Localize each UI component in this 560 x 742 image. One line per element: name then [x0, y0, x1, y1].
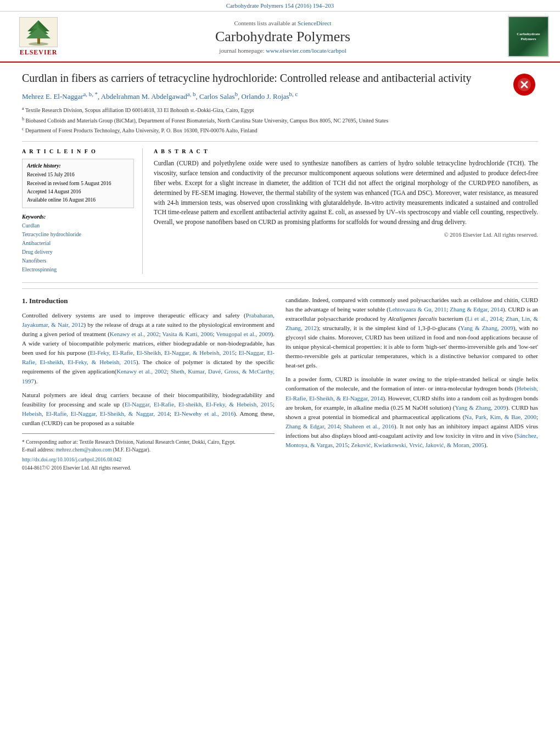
article-title: Curdlan in fibers as carriers of tetracy…: [22, 71, 502, 85]
journal-header: ELSEVIER Contents lists available at Sci…: [0, 12, 560, 63]
intro-para-3: candidate. Indeed, compared with commonl…: [285, 295, 538, 370]
contents-line: Contents lists available at ScienceDirec…: [66, 20, 500, 26]
svg-point-1: [29, 42, 48, 46]
homepage-text: journal homepage:: [219, 47, 264, 54]
author-salas: Carlos Salas: [199, 92, 235, 101]
affiliation-c: c Department of Forest Products Technolo…: [22, 126, 502, 135]
homepage-url[interactable]: www.elsevier.com/locate/carbpol: [266, 47, 346, 54]
keyword-nanofibers: Nanofibers: [22, 256, 134, 265]
accepted-date: Accepted 14 August 2016: [27, 188, 129, 196]
intro-para-1: Controlled delivery systems are used to …: [22, 311, 275, 386]
ref-prabaharan[interactable]: Prabaharan, Jayakumar, & Nair, 2012: [22, 312, 275, 328]
abstract-col: A B S T R A C T Curdlan (CURD) and polye…: [154, 148, 538, 274]
affiliation-b: b Biobased Colloids and Materials Group …: [22, 116, 502, 125]
thumb-title: CarbohydratePolymers: [517, 32, 540, 41]
journal-citation: Carbohydrate Polymers 154 (2016) 194–203: [226, 2, 334, 9]
article-info-abstract-section: A R T I C L E I N F O Article history: R…: [22, 148, 538, 283]
journal-center-header: Contents lists available at ScienceDirec…: [66, 20, 500, 54]
ref-zhang-edgar[interactable]: Zhang & Edgar, 2014: [450, 306, 503, 313]
keyword-electrospinning: Electrospinning: [22, 265, 134, 274]
affiliation-a: a Textile Research Division, Scopus affi…: [22, 105, 502, 114]
intro-para-4: In a powder form, CURD is insoluble in w…: [285, 375, 538, 449]
keywords-title: Keywords:: [22, 214, 134, 220]
received-revised-date: Received in revised form 5 August 2016: [27, 180, 129, 188]
ref-hebeish2[interactable]: Hebeish, El-Rafie, El-Sheikh, & El-Nagga…: [285, 385, 538, 401]
body-col-right: candidate. Indeed, compared with commonl…: [285, 295, 538, 472]
elsevier-tree-svg: [21, 18, 57, 46]
body-two-col: 1. Introduction Controlled delivery syst…: [22, 295, 538, 472]
received-date: Received 15 July 2016: [27, 171, 129, 179]
keyword-antibacterial: Antibacterial: [22, 239, 134, 248]
body-col-left: 1. Introduction Controlled delivery syst…: [22, 295, 275, 472]
keyword-drug-delivery: Drug delivery: [22, 248, 134, 256]
ref-na2000[interactable]: Na, Park, Kim, & Bae, 2000: [464, 414, 536, 420]
article-info-heading: A R T I C L E I N F O: [22, 148, 134, 154]
intro-number: 1.: [22, 297, 27, 305]
intro-para-2: Natural polymers are ideal drug carriers…: [22, 390, 275, 428]
intro-heading: 1. Introduction: [22, 295, 275, 306]
email-label: E-mail address:: [22, 447, 54, 453]
intro-title: Introduction: [29, 297, 68, 305]
footnote-email: E-mail address: mehrez.chem@yahoo.com (M…: [22, 446, 275, 454]
email-link[interactable]: mehrez.chem@yahoo.com: [56, 447, 112, 453]
footnote-section: * Corresponding author at: Textile Resea…: [22, 433, 275, 472]
ref-lehtovaara[interactable]: Lehtovaara & Gu, 2011: [389, 306, 446, 313]
abstract-heading: A B S T R A C T: [154, 148, 538, 154]
main-content: Curdlan in fibers as carriers of tetracy…: [0, 63, 560, 480]
ref-zekovic[interactable]: Zeković, Kwiatkowski, Vrvić, Jaković, & …: [351, 442, 484, 448]
homepage-line: journal homepage: www.elsevier.com/locat…: [66, 47, 500, 54]
ref-li2014[interactable]: Li et al., 2014: [467, 315, 502, 322]
ref-kenawy1[interactable]: Kenawy et al., 2002: [110, 331, 159, 337]
author-rojas: Orlando J. Rojas: [242, 92, 289, 101]
affiliation-b-text: Biobased Colloids and Materials Group (B…: [26, 118, 389, 124]
affiliations: a Textile Research Division, Scopus affi…: [22, 105, 502, 135]
ref-zhang2014[interactable]: Zhang & Edgar, 2014: [285, 423, 340, 429]
journal-name: Carbohydrate Polymers: [66, 29, 500, 45]
section-divider-1: [22, 288, 538, 289]
abstract-copyright: © 2016 Elsevier Ltd. All rights reserved…: [154, 232, 538, 238]
ref-yang-zhang[interactable]: Yang & Zhang, 2009: [460, 325, 513, 331]
email-note: (M.F. El-Naggar).: [113, 447, 150, 453]
journal-thumbnail: CarbohydratePolymers: [508, 16, 549, 57]
crossmark-circle: [513, 74, 535, 96]
sciencedirect-link[interactable]: ScienceDirect: [298, 20, 332, 26]
article-title-text: Curdlan in fibers as carriers of tetracy…: [22, 71, 502, 136]
keyword-curdlan: Curdlan: [22, 221, 134, 230]
elsevier-label: ELSEVIER: [20, 48, 58, 57]
crossmark-icon[interactable]: [511, 71, 538, 98]
ref-yang2009[interactable]: Yang & Zhang, 2009: [455, 404, 507, 411]
issn-line: 0144-8617/© 2016 Elsevier Ltd. All right…: [22, 464, 275, 472]
ref-vasita[interactable]: Vasita & Katti, 2006: [163, 331, 213, 337]
abstract-text: Curdlan (CURD) and polyethylene oxide we…: [154, 159, 538, 227]
ref-elfeky1[interactable]: El-Feky, El-Rafie, El-Sheikh, El-Naggar,…: [90, 349, 235, 356]
elsevier-logo-area: ELSEVIER: [11, 17, 66, 57]
ref-venugopal[interactable]: Venugopal et al., 2009: [216, 331, 271, 337]
journal-top-bar: Carbohydrate Polymers 154 (2016) 194–203: [0, 0, 560, 12]
doi-line: http://dx.doi.org/10.1016/j.carbpol.2016…: [22, 456, 275, 464]
contents-text: Contents lists available at: [234, 20, 296, 26]
elsevier-tree-icon: [19, 17, 58, 47]
available-online-date: Available online 16 August 2016: [27, 196, 129, 204]
keyword-tch: Tetracycline hydrochloride: [22, 230, 134, 239]
abstract-body: Curdlan (CURD) and polyethylene oxide we…: [154, 160, 538, 225]
author-abdelgawad: Abdelrahman M. Abdelgawad: [101, 92, 187, 101]
article-authors: Mehrez E. El-Naggara, b, *, Abdelrahman …: [22, 91, 502, 101]
article-info-col: A R T I C L E I N F O Article history: R…: [22, 148, 143, 274]
journal-thumbnail-area: CarbohydratePolymers: [500, 16, 549, 57]
keywords-box: Keywords: Curdlan Tetracycline hydrochlo…: [22, 214, 134, 274]
footnote-corresponding: * Corresponding author at: Textile Resea…: [22, 438, 275, 446]
article-title-section: Curdlan in fibers as carriers of tetracy…: [22, 71, 538, 142]
ref-shaheen[interactable]: Shaheen et al., 2016: [344, 423, 394, 429]
article-history-box: Article history: Received 15 July 2016 R…: [22, 159, 134, 208]
ref-elnaggar2[interactable]: El-Naggar, El-Rafie, El-sheikh, El-Feky,…: [125, 401, 273, 408]
ref-kenawy2[interactable]: Kenawy et al., 2002: [116, 368, 167, 375]
history-title: Article history:: [27, 163, 129, 169]
doi-link[interactable]: http://dx.doi.org/10.1016/j.carbpol.2016…: [22, 457, 121, 462]
author-naggar: Mehrez E. El-Naggar: [22, 92, 83, 101]
affiliation-c-text: Department of Forest Products Technology…: [25, 127, 257, 133]
ref-elnewehy[interactable]: El-Newehy et al., 2016: [174, 410, 234, 417]
ref-hebeish1[interactable]: Hebeish, El-Rafie, El-Naggar, El-Sheikh,…: [22, 410, 170, 417]
affiliation-a-text: Textile Research Division, Scopus affili…: [25, 108, 254, 114]
